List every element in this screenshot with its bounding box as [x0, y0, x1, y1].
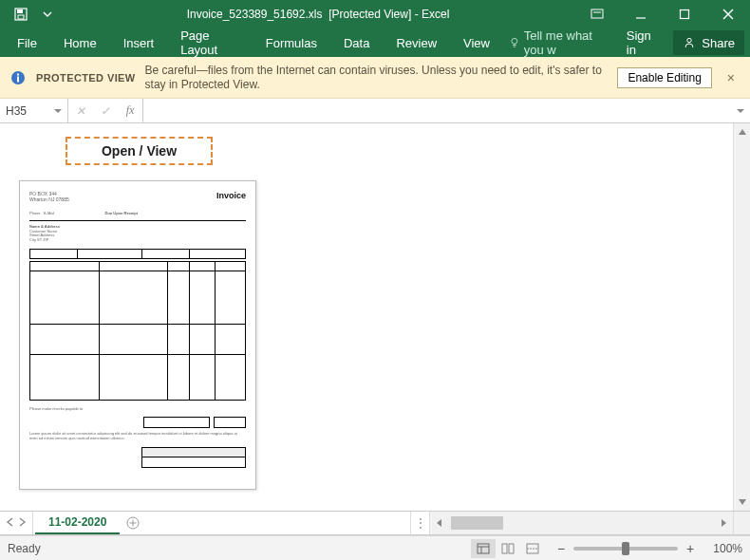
enter-formula-icon: ✓ [93, 104, 118, 118]
scroll-right-icon[interactable] [714, 512, 733, 534]
zoom-slider[interactable] [573, 547, 678, 551]
tab-file[interactable]: File [4, 28, 50, 57]
status-bar: Ready − + 100% [0, 535, 750, 560]
pv-label: PROTECTED VIEW [36, 72, 136, 84]
tab-page-layout[interactable]: Page Layout [167, 28, 253, 57]
formula-bar: H35 ✕ ✓ fx [0, 99, 750, 123]
titlebar: Invoice_523389_51692.xls [Protected View… [0, 0, 750, 28]
view-normal-icon[interactable] [471, 539, 496, 558]
view-page-break-icon[interactable] [520, 539, 545, 558]
scroll-left-icon[interactable] [430, 512, 449, 534]
tab-nav-prev-icon[interactable] [6, 516, 15, 530]
name-box[interactable]: H35 [0, 99, 68, 122]
svg-rect-4 [17, 9, 23, 13]
svg-rect-8 [681, 10, 689, 19]
tab-data[interactable]: Data [330, 28, 383, 57]
tab-home[interactable]: Home [50, 28, 110, 57]
tab-insert[interactable]: Insert [110, 28, 168, 57]
zoom-slider-knob[interactable] [622, 542, 629, 555]
svg-rect-21 [478, 544, 489, 553]
window-title: Invoice_523389_51692.xls [Protected View… [61, 8, 575, 21]
ribbon: File Home Insert Page Layout Formulas Da… [0, 28, 750, 57]
zoom-level[interactable]: 100% [703, 542, 742, 555]
scrollbar-resizer[interactable] [733, 512, 750, 534]
invoice-document-preview: PO BOX 344 Wharton NJ 07885 Invoice Phon… [19, 180, 256, 490]
lightbulb-icon [509, 36, 520, 49]
shield-info-icon [9, 69, 27, 86]
minimize-button[interactable] [619, 0, 663, 28]
cancel-formula-icon: ✕ [68, 104, 93, 118]
sheet-tab[interactable]: 11-02-2020 [35, 512, 120, 534]
maximize-button[interactable] [663, 0, 706, 28]
worksheet-area[interactable]: Open / View PO BOX 344 Wharton NJ 07885 … [0, 123, 750, 511]
enable-editing-button[interactable]: Enable Editing [617, 67, 711, 88]
vertical-scrollbar[interactable] [733, 123, 750, 511]
svg-point-11 [512, 38, 517, 44]
scroll-down-icon[interactable] [734, 494, 750, 511]
horizontal-scrollbar[interactable] [429, 512, 733, 534]
fx-icon[interactable]: fx [118, 103, 142, 118]
tab-view[interactable]: View [450, 28, 503, 57]
tab-review[interactable]: Review [383, 28, 450, 57]
share-button[interactable]: Share [673, 30, 744, 55]
scroll-up-icon[interactable] [734, 123, 750, 140]
tell-me[interactable]: Tell me what you w [503, 28, 617, 57]
tab-formulas[interactable]: Formulas [253, 28, 330, 57]
open-view-button[interactable]: Open / View [66, 137, 213, 165]
svg-point-14 [687, 38, 691, 42]
tab-split-icon[interactable]: ⋮ [410, 512, 429, 534]
close-button[interactable] [706, 0, 750, 28]
svg-rect-17 [17, 73, 19, 75]
svg-rect-24 [502, 544, 507, 553]
person-icon [683, 36, 696, 49]
pv-message: Be careful—files from the Internet can c… [145, 64, 609, 91]
save-icon[interactable] [8, 0, 34, 28]
status-ready: Ready [8, 542, 41, 555]
formula-input[interactable] [143, 99, 750, 122]
svg-rect-5 [18, 15, 24, 19]
svg-rect-25 [509, 544, 514, 553]
pv-close-icon[interactable]: × [722, 70, 741, 85]
zoom-in-button[interactable]: + [684, 541, 697, 556]
view-page-layout-icon[interactable] [496, 539, 520, 558]
protected-view-bar: PROTECTED VIEW Be careful—files from the… [0, 57, 750, 99]
svg-rect-6 [591, 9, 603, 18]
new-sheet-button[interactable] [120, 512, 146, 534]
tab-nav-next-icon[interactable] [17, 516, 27, 530]
svg-rect-16 [17, 76, 19, 82]
zoom-out-button[interactable]: − [554, 541, 568, 556]
hscroll-thumb[interactable] [451, 516, 503, 530]
titlebar-chevron-icon[interactable] [34, 0, 61, 28]
sign-in-button[interactable]: Sign in [617, 28, 668, 57]
sheet-tab-row: 11-02-2020 ⋮ [0, 511, 750, 535]
ribbon-options-icon[interactable] [575, 0, 619, 28]
